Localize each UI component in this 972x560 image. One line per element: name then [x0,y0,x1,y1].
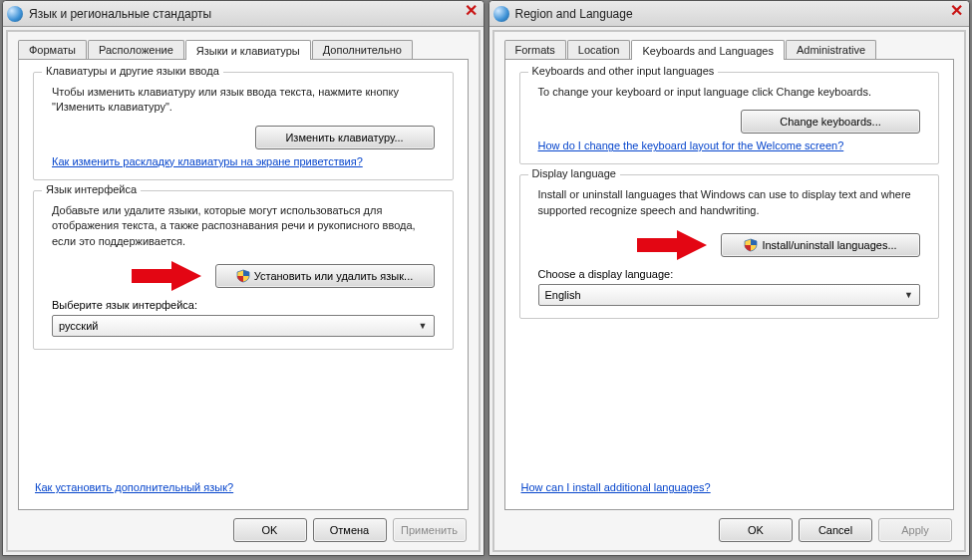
close-icon[interactable]: ✕ [950,3,963,19]
display-language-value: English [545,289,581,301]
group-keyboards-title: Клавиатуры и другие языки ввода [42,65,223,77]
tab-location[interactable]: Расположение [88,40,184,59]
window-title: Язык и региональные стандарты [29,7,211,21]
red-arrow-icon [132,259,201,293]
tab-formats[interactable]: Форматы [18,40,87,59]
install-uninstall-label: Install/uninstall languages... [762,239,896,251]
globe-icon [7,6,23,22]
change-keyboards-label: Change keyboards... [780,116,881,128]
cancel-button[interactable]: Отмена [313,518,387,542]
titlebar[interactable]: Язык и региональные стандарты ✕ [3,1,484,27]
shield-icon [236,269,250,283]
shield-icon [744,238,758,252]
display-language-value: русский [59,320,98,332]
install-additional-link[interactable]: Как установить дополнительный язык? [35,481,454,493]
display-language-dropdown[interactable]: русский ▼ [52,315,435,337]
install-uninstall-languages-button[interactable]: Install/uninstall languages... [721,233,920,257]
apply-button: Применить [393,518,467,542]
chevron-down-icon: ▼ [419,321,428,331]
tab-content: Клавиатуры и другие языки ввода Чтобы из… [18,59,469,510]
dialog-button-row: OK Cancel Apply [504,510,955,544]
ok-button[interactable]: OK [233,518,307,542]
globe-icon [493,6,509,22]
window-title: Region and Language [515,7,633,21]
svg-marker-1 [637,230,707,260]
apply-button: Apply [878,518,952,542]
welcome-screen-link[interactable]: Как изменить раскладку клавиатуры на экр… [52,155,363,167]
install-additional-link[interactable]: How can I install additional languages? [521,481,940,493]
group-display-language-desc: Install or uninstall languages that Wind… [538,187,929,218]
install-uninstall-label: Установить или удалить язык... [254,270,414,282]
tab-location[interactable]: Location [567,40,631,59]
choose-language-label: Choose a display language: [538,268,929,280]
tab-keyboards-languages[interactable]: Языки и клавиатуры [185,40,311,60]
group-keyboards-title: Keyboards and other input languages [528,65,719,77]
group-keyboards-desc: Чтобы изменить клавиатуру или язык ввода… [52,85,443,116]
tab-keyboards-languages[interactable]: Keyboards and Languages [631,40,785,60]
group-display-language-title: Display language [528,167,620,179]
tab-administrative[interactable]: Administrative [786,40,876,59]
group-display-language: Display language Install or uninstall la… [519,174,940,319]
group-display-language: Язык интерфейса Добавьте или удалите язы… [33,190,454,350]
group-keyboards-desc: To change your keyboard or input languag… [538,85,929,100]
close-icon[interactable]: ✕ [465,3,478,19]
client-area: Formats Location Keyboards and Languages… [492,30,967,552]
tab-administrative[interactable]: Дополнительно [312,40,413,59]
cancel-button[interactable]: Cancel [799,518,872,542]
tab-strip: Форматы Расположение Языки и клавиатуры … [18,40,469,59]
window-region-en: Region and Language ✕ Formats Location K… [488,0,971,556]
red-arrow-icon [637,228,707,262]
group-keyboards: Клавиатуры и другие языки ввода Чтобы из… [33,72,454,180]
tab-formats[interactable]: Formats [504,40,566,59]
install-uninstall-languages-button[interactable]: Установить или удалить язык... [215,264,435,288]
group-display-language-title: Язык интерфейса [42,183,141,195]
change-keyboards-button[interactable]: Изменить клавиатуру... [255,126,435,149]
tab-content: Keyboards and other input languages To c… [504,59,955,510]
choose-language-label: Выберите язык интерфейса: [52,299,443,311]
change-keyboards-label: Изменить клавиатуру... [285,132,403,143]
svg-marker-0 [132,261,201,291]
change-keyboards-button[interactable]: Change keyboards... [741,110,920,134]
window-region-ru: Язык и региональные стандарты ✕ Форматы … [2,0,485,556]
welcome-screen-link[interactable]: How do I change the keyboard layout for … [538,140,844,151]
group-display-language-desc: Добавьте или удалите языки, которые могу… [52,203,443,249]
dialog-button-row: OK Отмена Применить [18,510,469,544]
ok-button[interactable]: OK [719,518,793,542]
group-keyboards: Keyboards and other input languages To c… [519,72,940,164]
display-language-dropdown[interactable]: English ▼ [538,284,921,306]
client-area: Форматы Расположение Языки и клавиатуры … [6,30,481,552]
tab-strip: Formats Location Keyboards and Languages… [504,40,955,59]
chevron-down-icon: ▼ [904,290,913,300]
titlebar[interactable]: Region and Language ✕ [489,1,970,27]
